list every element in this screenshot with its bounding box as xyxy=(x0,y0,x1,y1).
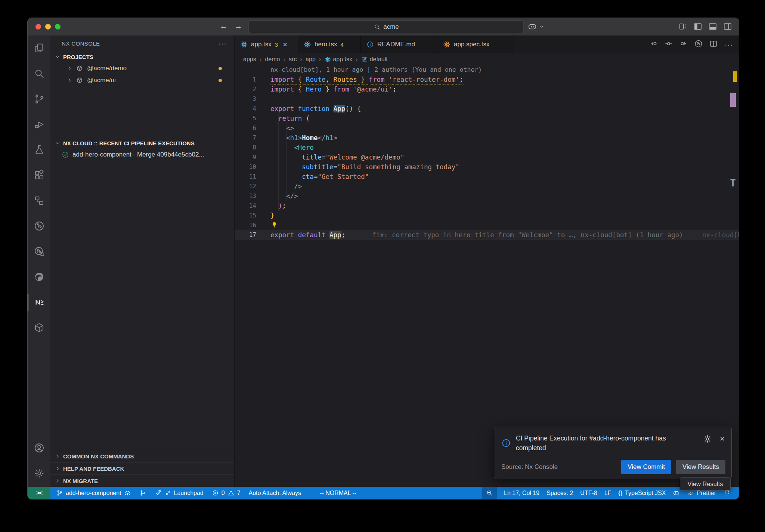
breadcrumb-item-demo[interactable]: demo xyxy=(265,56,280,63)
activity-remote-explorer[interactable] xyxy=(28,188,50,213)
code-line-7[interactable]: 7 <h1>Home</h1> xyxy=(235,133,739,143)
code-line-3[interactable]: 3 xyxy=(235,94,739,104)
list-item[interactable]: add-hero-component - Merge 409b44e5cb02.… xyxy=(50,149,234,161)
line-number[interactable]: 12 xyxy=(235,182,270,191)
tab-hero.tsx[interactable]: hero.tsx4 xyxy=(298,35,361,53)
close-icon[interactable]: × xyxy=(283,40,287,49)
notification-close-icon[interactable]: × xyxy=(720,434,725,444)
status-auto-attach[interactable]: Auto Attach: Always xyxy=(249,490,301,497)
status-launchpad[interactable]: Launchpad xyxy=(155,489,204,497)
breadcrumb-item-app.tsx[interactable]: app.tsx xyxy=(324,56,352,63)
status-indentation[interactable]: Spaces: 2 xyxy=(546,490,573,497)
view-results-button[interactable]: View Results xyxy=(676,460,725,474)
command-center-search[interactable]: acme xyxy=(249,21,524,33)
code-line-2[interactable]: 2import { Hero } from '@acme/ui'; xyxy=(235,84,739,94)
code-line-6[interactable]: 6 <> xyxy=(235,123,739,133)
activity-source-control[interactable] xyxy=(28,86,50,112)
line-number[interactable]: 5 xyxy=(235,114,270,123)
line-number[interactable]: 3 xyxy=(235,94,270,104)
notification-settings-gear-icon[interactable] xyxy=(703,434,712,444)
navigate-back-icon[interactable]: ← xyxy=(218,21,229,31)
more-actions-icon[interactable]: ··· xyxy=(218,39,227,48)
activity-search[interactable] xyxy=(28,61,50,86)
tab-app.spec.tsx[interactable]: app.spec.tsx xyxy=(437,35,515,53)
editor-action-more-actions[interactable]: ··· xyxy=(724,40,734,49)
activity-testing[interactable] xyxy=(28,137,50,163)
code-line-5[interactable]: 5 return ( xyxy=(235,114,739,123)
code-line-8[interactable]: 8 <Hero xyxy=(235,143,739,152)
breadcrumb-item-app[interactable]: app xyxy=(306,56,316,63)
navigate-forward-icon[interactable]: → xyxy=(233,21,244,31)
activity-containers[interactable] xyxy=(28,315,50,340)
code-line-13[interactable]: 13 </> xyxy=(235,191,739,201)
status-language-mode[interactable]: {}TypeScript JSX xyxy=(618,490,666,497)
list-item[interactable]: @acme/ui xyxy=(50,74,234,86)
code-line-1[interactable]: 1import { Route, Routes } from 'react-ro… xyxy=(235,75,739,84)
code-line-17[interactable]: 17nx-cloud[bexport default App;fix: corr… xyxy=(235,230,739,240)
code-line-16[interactable]: 16 xyxy=(235,220,739,230)
copilot-menu[interactable] xyxy=(527,22,545,31)
tab-README.md[interactable]: README.md xyxy=(361,35,437,53)
section-header[interactable]: PROJECTS xyxy=(50,51,234,62)
status-source-control-graph[interactable] xyxy=(139,489,146,497)
remote-indicator[interactable]: >< xyxy=(28,487,50,499)
line-number[interactable]: 1 xyxy=(235,75,270,84)
editor-action-next-change[interactable] xyxy=(679,39,688,50)
status-eol[interactable]: LF xyxy=(604,490,611,497)
breadcrumb-item-apps[interactable]: apps xyxy=(243,56,256,63)
toggle-primary-sidebar-icon[interactable] xyxy=(693,22,703,31)
status-problems[interactable]: 07 xyxy=(212,489,241,497)
editor-action-timeline[interactable] xyxy=(694,39,703,50)
editor-action-open-change[interactable] xyxy=(664,39,673,50)
line-number[interactable]: 15 xyxy=(235,211,270,220)
zoom-window-button[interactable] xyxy=(55,24,61,30)
status-copilot[interactable] xyxy=(673,489,680,497)
activity-gitlens[interactable] xyxy=(28,213,50,239)
section-header[interactable]: NX CLOUD :: RECENT CI PIPELINE EXECUTION… xyxy=(50,137,234,149)
code-line-11[interactable]: 11 cta="Get Started" xyxy=(235,172,739,182)
activity-extensions[interactable] xyxy=(28,163,50,188)
activity-settings[interactable] xyxy=(28,461,50,486)
section-header-help-and-feedback[interactable]: HELP AND FEEDBACK xyxy=(50,462,234,474)
status-zoom-indicator[interactable] xyxy=(482,487,497,499)
customize-layout-icon[interactable] xyxy=(678,22,688,31)
line-number[interactable]: 16 xyxy=(235,220,270,230)
line-number[interactable]: 4 xyxy=(235,104,270,114)
line-number[interactable]: 8 xyxy=(235,143,270,152)
status-cursor-position[interactable]: Ln 17, Col 19 xyxy=(504,490,539,497)
code-line-12[interactable]: 12 /> xyxy=(235,182,739,191)
activity-accounts[interactable] xyxy=(28,435,50,461)
line-number[interactable]: 11 xyxy=(235,172,270,182)
status-git-branch[interactable]: add-hero-component xyxy=(56,489,131,497)
toggle-secondary-sidebar-icon[interactable] xyxy=(723,22,733,31)
toggle-panel-icon[interactable] xyxy=(708,22,718,31)
code-line-9[interactable]: 9 title="Welcome @acme/demo" xyxy=(235,152,739,162)
close-window-button[interactable] xyxy=(35,24,41,30)
breadcrumb-item-default[interactable]: default xyxy=(361,56,388,63)
activity-nx-console[interactable] xyxy=(28,290,50,315)
line-number[interactable]: 9 xyxy=(235,152,270,162)
breadcrumb-item-src[interactable]: src xyxy=(289,56,297,63)
activity-run-and-debug[interactable] xyxy=(28,112,50,137)
line-number[interactable]: 10 xyxy=(235,162,270,172)
view-commit-button[interactable]: View Commit xyxy=(621,460,671,474)
code-line-4[interactable]: 4export function App() { xyxy=(235,104,739,114)
line-number[interactable]: 2 xyxy=(235,84,270,94)
activity-edge-tools[interactable] xyxy=(28,264,50,290)
line-number[interactable]: 17 xyxy=(235,230,270,240)
section-header-common-nx-commands[interactable]: COMMON NX COMMANDS xyxy=(50,450,234,462)
code-line-14[interactable]: 14 ); xyxy=(235,201,739,211)
line-number[interactable]: 13 xyxy=(235,191,270,201)
list-item[interactable]: @acme/demo xyxy=(50,62,234,74)
line-number[interactable]: 6 xyxy=(235,123,270,133)
section-header-nx-migrate[interactable]: NX MIGRATE xyxy=(50,474,234,487)
code-line-15[interactable]: 15} xyxy=(235,211,739,220)
status-encoding[interactable]: UTF-8 xyxy=(580,490,597,497)
editor-action-previous-change[interactable] xyxy=(649,39,658,50)
tab-app.tsx[interactable]: app.tsx3× xyxy=(235,35,298,53)
activity-explorer[interactable] xyxy=(28,35,50,61)
line-number[interactable]: 7 xyxy=(235,133,270,143)
line-number[interactable]: 14 xyxy=(235,201,270,211)
minimize-window-button[interactable] xyxy=(45,24,51,30)
status-vim-mode[interactable]: -- NORMAL -- xyxy=(320,490,356,497)
